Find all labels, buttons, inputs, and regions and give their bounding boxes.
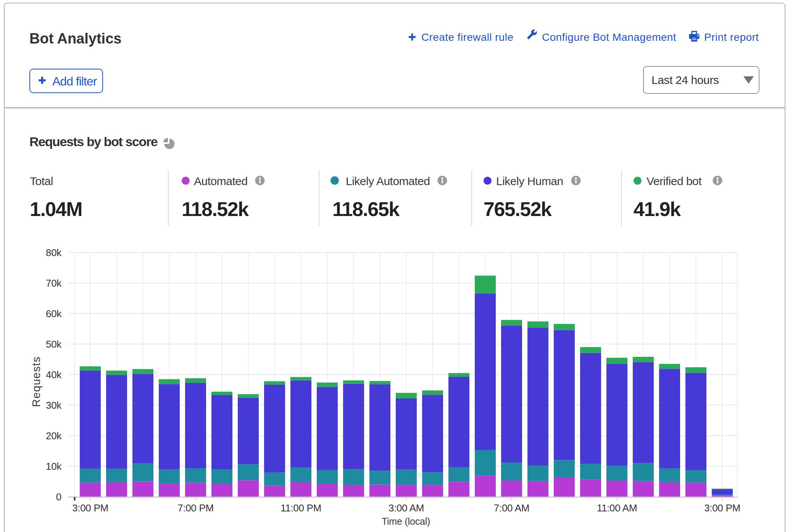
svg-text:11:00 AM: 11:00 AM (597, 502, 637, 514)
svg-text:40k: 40k (46, 369, 62, 380)
svg-text:50k: 50k (46, 339, 62, 350)
svg-text:11:00 PM: 11:00 PM (281, 502, 321, 514)
svg-text:7:00 AM: 7:00 AM (494, 502, 529, 514)
svg-text:7:00 PM: 7:00 PM (177, 502, 214, 514)
svg-text:3:00 PM: 3:00 PM (72, 502, 108, 514)
svg-text:Requests: Requests (30, 356, 42, 407)
svg-text:70k: 70k (46, 277, 62, 289)
svg-text:3:00 AM: 3:00 AM (389, 502, 424, 514)
svg-text:60k: 60k (46, 308, 62, 319)
svg-text:0: 0 (56, 491, 61, 503)
svg-text:80k: 80k (46, 247, 62, 258)
svg-text:10k: 10k (46, 461, 62, 472)
svg-text:3:00 PM: 3:00 PM (704, 502, 740, 514)
svg-text:30k: 30k (46, 400, 62, 411)
svg-text:20k: 20k (46, 430, 62, 442)
svg-text:Time (local): Time (local) (382, 516, 430, 527)
